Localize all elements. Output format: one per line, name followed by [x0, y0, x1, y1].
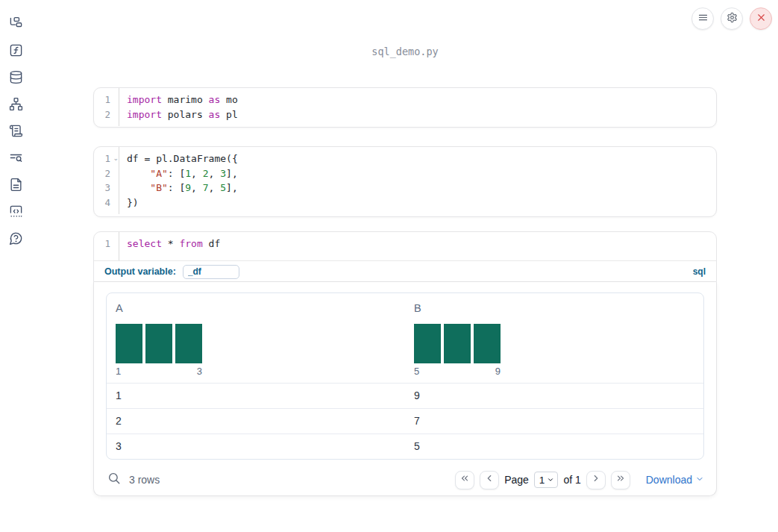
histogram-bar [444, 324, 471, 363]
line-number: 1 [94, 237, 119, 251]
histogram-bar [116, 324, 142, 363]
code-line[interactable]: select * from df [127, 237, 716, 251]
previous-page-button[interactable] [480, 471, 499, 489]
code-cell-dataframe[interactable]: 1⌄234 df = pl.DataFrame({ "A": [1, 2, 3]… [93, 146, 717, 217]
output-variable-label: Output variable: [104, 266, 176, 277]
histogram-min-label: 1 [116, 366, 121, 377]
line-number-gutter: 1 [94, 232, 119, 260]
sql-editor[interactable]: select * from df [119, 232, 716, 260]
next-page-button[interactable] [586, 471, 606, 489]
shutdown-button[interactable] [750, 7, 772, 30]
gear-icon [727, 12, 738, 26]
page-select[interactable]: 1 [534, 472, 559, 488]
sidebar-item-variables[interactable] [5, 41, 26, 62]
help-bubble-icon [9, 231, 23, 248]
page-of-label: of 1 [563, 474, 580, 486]
code-line[interactable]: }) [127, 195, 716, 210]
file-tree-icon [9, 16, 23, 34]
code-line[interactable]: "A": [1, 2, 3], [127, 166, 716, 181]
fold-chevron-icon[interactable]: ⌄ [113, 151, 119, 166]
code-editor[interactable]: df = pl.DataFrame({ "A": [1, 2, 3], "B":… [119, 147, 716, 214]
table-row[interactable]: 19 [107, 383, 703, 408]
function-square-icon [9, 43, 23, 60]
sidebar-item-documentation[interactable] [5, 175, 26, 196]
histogram-bar [414, 324, 441, 363]
column-name: A [116, 302, 396, 314]
table-row[interactable]: 35 [107, 434, 703, 459]
scroll-icon [9, 124, 23, 141]
code-line[interactable]: "B": [9, 7, 5], [127, 181, 716, 195]
page-label: Page [504, 474, 529, 486]
code-cell-imports[interactable]: 12 import marimo as moimport polars as p… [93, 87, 717, 128]
histogram-max-label: 3 [197, 366, 202, 377]
chevron-left-icon [484, 473, 495, 486]
column-histogram [414, 324, 501, 363]
sidebar-item-outline-search[interactable] [5, 148, 26, 169]
file-text-icon [9, 178, 23, 195]
close-icon [756, 12, 767, 26]
line-number-gutter: 1⌄234 [94, 147, 119, 214]
sql-cell[interactable]: 1 select * from df Output variable: sql [93, 231, 717, 282]
code-line[interactable]: df = pl.DataFrame({ [127, 151, 716, 166]
column-header-b[interactable]: B 5 9 [405, 293, 703, 383]
code-line[interactable]: import marimo as mo [127, 93, 716, 107]
chevron-down-icon [547, 475, 554, 486]
chevron-right-icon [591, 473, 601, 486]
chevrons-right-icon [615, 473, 626, 486]
line-number: 3 [94, 181, 119, 195]
table-header: A 1 3 B 5 9 [107, 293, 703, 383]
sidebar-item-dependency-graph[interactable] [5, 95, 26, 116]
code-editor[interactable]: import marimo as moimport polars as pl [119, 88, 716, 126]
dataframe-table: A 1 3 B 5 9 192735 [106, 292, 704, 460]
search-icon[interactable] [106, 472, 121, 488]
table-cell: 9 [405, 384, 703, 408]
network-icon [9, 97, 23, 114]
line-number: 2 [94, 166, 119, 181]
chevrons-left-icon [459, 473, 470, 486]
line-number-gutter: 12 [94, 88, 119, 126]
table-footer: 3 rows Page 1 of 1 Download [106, 469, 704, 490]
table-cell: 5 [405, 434, 703, 459]
table-row[interactable]: 27 [107, 408, 703, 434]
column-name: B [414, 302, 694, 314]
histogram-min-label: 5 [414, 366, 419, 377]
histogram-max-label: 9 [495, 366, 501, 377]
line-number: 1⌄ [94, 151, 119, 166]
notebook-filename: sql_demo.py [93, 46, 717, 57]
chevron-down-icon [695, 474, 704, 486]
sidebar-item-data-sources[interactable] [5, 68, 26, 89]
histogram-bar [175, 324, 202, 363]
sidebar-item-snippets[interactable] [5, 202, 26, 223]
sidebar-item-file-explorer[interactable] [5, 14, 26, 35]
table-cell: 3 [107, 434, 405, 459]
line-number: 2 [94, 107, 119, 122]
row-count: 3 rows [129, 474, 160, 486]
sidebar-item-logs[interactable] [5, 122, 26, 143]
table-cell: 1 [107, 384, 405, 408]
output-variable-input[interactable] [183, 265, 239, 279]
histogram-bar [474, 324, 501, 363]
sidebar-item-help[interactable] [5, 229, 26, 250]
menu-button[interactable] [691, 7, 714, 30]
cell-output-panel: A 1 3 B 5 9 192735 3 rows [93, 282, 717, 496]
sidebar [5, 14, 28, 250]
table-cell: 7 [405, 409, 703, 434]
pagination: Page 1 of 1 Download [455, 471, 704, 489]
list-search-icon [9, 151, 23, 168]
last-page-button[interactable] [611, 471, 630, 489]
code-line[interactable]: import polars as pl [127, 107, 716, 122]
histogram-bar [145, 324, 172, 363]
column-header-a[interactable]: A 1 3 [107, 293, 405, 383]
window-controls [691, 7, 772, 30]
first-page-button[interactable] [455, 471, 474, 489]
line-number: 1 [94, 93, 119, 107]
code-square-icon [9, 204, 23, 222]
settings-button[interactable] [721, 7, 743, 30]
download-button[interactable]: Download [646, 474, 704, 486]
language-badge: sql [693, 266, 706, 277]
column-histogram [116, 324, 202, 363]
line-number: 4 [94, 195, 119, 210]
database-icon [9, 70, 23, 87]
hamburger-menu-icon [697, 12, 709, 26]
table-body: 192735 [107, 383, 703, 459]
